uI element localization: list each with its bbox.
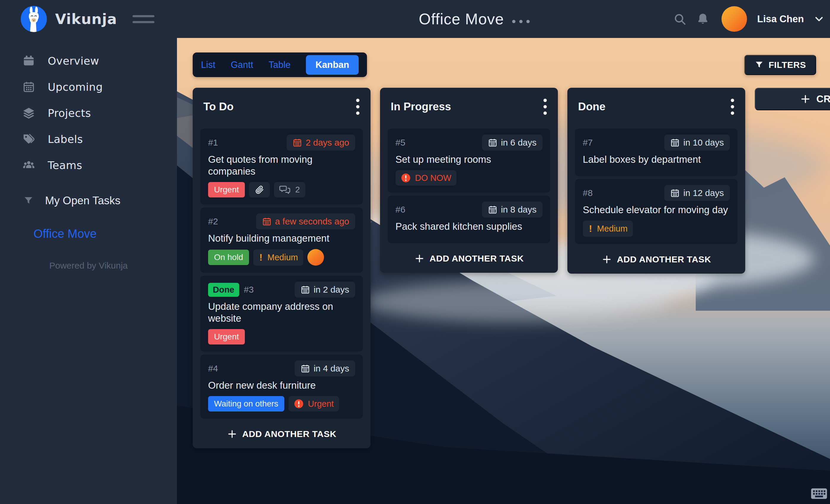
task-title: Schedule elevator for moving day	[583, 204, 730, 216]
sidebar-item-teams[interactable]: Teams	[0, 152, 177, 178]
priority-text: Medium	[597, 224, 628, 233]
notifications-bell-icon[interactable]	[696, 12, 710, 26]
tab-gantt[interactable]: Gantt	[231, 60, 253, 70]
priority-exclamation-icon: !	[588, 223, 593, 234]
task-id: #5	[395, 137, 405, 148]
card-chips: Waiting on others Urgent	[208, 396, 355, 411]
task-card[interactable]: #7 in 10 days Label boxes by department	[575, 129, 737, 176]
column-title: In Progress	[391, 100, 451, 113]
add-another-task-button[interactable]: ADD ANOTHER TASK	[388, 253, 550, 264]
column-menu-kebab-icon[interactable]	[730, 98, 735, 115]
sidebar-project-office-move[interactable]: Office Move	[0, 227, 177, 241]
powered-by-text: Powered by Vikunja	[0, 261, 177, 271]
user-name[interactable]: Lisa Chen	[757, 13, 804, 25]
card-meta: #1 2 days ago	[208, 135, 355, 151]
chevron-down-icon[interactable]	[813, 13, 825, 25]
calendar-icon	[670, 138, 680, 147]
label-chip-waiting: Waiting on others	[208, 396, 284, 411]
filters-button[interactable]: FILTERS	[744, 55, 816, 75]
sidebar-item-label: Teams	[48, 159, 82, 171]
priority-chip: ! Medium	[583, 221, 633, 237]
filters-label: FILTERS	[769, 60, 806, 70]
task-id: #8	[583, 188, 593, 198]
assignee-avatar	[308, 249, 324, 265]
task-card[interactable]: #5 in 6 days Set up meeting rooms	[388, 129, 550, 193]
create-bucket-button[interactable]: CRE	[755, 88, 830, 110]
column-title: Done	[578, 100, 606, 113]
priority-exclamation-icon: !	[258, 252, 263, 263]
column-header: In Progress	[388, 95, 550, 115]
task-title: Get quotes from moving companies	[208, 154, 355, 177]
menu-toggle-icon[interactable]	[132, 15, 154, 23]
comments-chip: 2	[274, 182, 305, 197]
paperclip-icon	[254, 185, 264, 195]
kanban-board: To Do #1 2 days	[193, 88, 745, 448]
due-date-chip: 2 days ago	[287, 135, 355, 151]
priority-text: DO NOW	[415, 173, 451, 183]
task-title: Set up meeting rooms	[395, 154, 542, 165]
card-meta: Done #3 in 2 days	[208, 282, 355, 298]
column-header: To Do	[200, 95, 363, 115]
sidebar-item-label: Labels	[48, 133, 83, 145]
vikunja-llama-logo-icon	[20, 5, 47, 33]
funnel-icon	[755, 60, 764, 70]
task-title: Notify building management	[208, 232, 355, 244]
due-date-text: in 2 days	[314, 285, 349, 295]
user-avatar[interactable]	[722, 6, 747, 32]
sidebar: Overview Upcoming Projects Labels	[0, 38, 177, 504]
plus-icon	[602, 254, 612, 265]
task-card[interactable]: #6 in 8 days Pack shared kitchen supplie…	[388, 196, 550, 243]
users-icon	[22, 159, 35, 172]
sidebar-item-upcoming[interactable]: Upcoming	[0, 74, 177, 100]
calendar-icon	[300, 364, 310, 373]
upcoming-calendar-icon	[22, 80, 35, 93]
task-card[interactable]: Done #3 in 2 days Update compan	[200, 276, 363, 352]
sidebar-item-labels[interactable]: Labels	[0, 126, 177, 152]
card-chips: ! Medium	[583, 221, 730, 237]
task-card[interactable]: #8 in 12 days Schedule elevator for movi…	[575, 179, 737, 244]
comments-icon	[279, 185, 291, 195]
keyboard-shortcuts-icon[interactable]	[810, 487, 828, 500]
add-another-task-button[interactable]: ADD ANOTHER TASK	[200, 429, 363, 439]
due-date-text: in 6 days	[501, 137, 537, 148]
task-card[interactable]: #2 a few seconds ago Notify building man…	[200, 208, 363, 273]
sidebar-item-projects[interactable]: Projects	[0, 100, 177, 126]
kanban-column-done: Done #7 in 10 da	[567, 88, 745, 274]
task-title: Pack shared kitchen supplies	[395, 221, 542, 232]
label-chip-on-hold: On hold	[208, 250, 249, 265]
sidebar-item-overview[interactable]: Overview	[0, 48, 177, 74]
calendar-icon	[488, 205, 498, 214]
tags-icon	[22, 132, 35, 146]
comments-count: 2	[295, 185, 300, 194]
search-icon[interactable]	[673, 12, 687, 26]
priority-chip: Urgent	[288, 396, 339, 411]
add-another-task-button[interactable]: ADD ANOTHER TASK	[575, 254, 737, 265]
task-card[interactable]: #1 2 days ago Get quotes from moving com…	[200, 129, 363, 204]
tab-table[interactable]: Table	[268, 60, 290, 70]
tab-list[interactable]: List	[201, 60, 215, 70]
card-meta: #8 in 12 days	[583, 185, 730, 201]
due-date-text: in 12 days	[683, 188, 724, 198]
due-date-text: in 10 days	[683, 137, 724, 148]
plus-icon	[800, 93, 811, 105]
calendar-icon	[488, 138, 498, 147]
task-card[interactable]: #4 in 4 days Order new desk furniture	[200, 354, 363, 419]
calendar-icon	[293, 138, 302, 147]
card-list: #1 2 days ago Get quotes from moving com…	[200, 129, 363, 419]
attachment-chip	[249, 182, 270, 197]
column-menu-kebab-icon[interactable]	[356, 98, 360, 115]
sidebar-item-label: Projects	[48, 107, 91, 119]
tab-kanban[interactable]: Kanban	[306, 55, 359, 75]
add-another-task-label: ADD ANOTHER TASK	[242, 429, 337, 439]
sidebar-item-my-open-tasks[interactable]: My Open Tasks	[0, 188, 177, 214]
kanban-column-todo: To Do #1 2 days	[193, 88, 371, 448]
due-date-chip: in 12 days	[664, 185, 730, 201]
priority-chip: ! Medium	[253, 249, 303, 265]
task-title: Update company address on website	[208, 301, 355, 324]
column-menu-kebab-icon[interactable]	[543, 98, 547, 115]
project-menu-ellipsis-icon[interactable]	[512, 20, 530, 23]
priority-text: Medium	[267, 253, 298, 262]
plus-icon	[414, 253, 425, 264]
calendar-icon	[300, 285, 310, 294]
task-id: #3	[244, 285, 254, 295]
